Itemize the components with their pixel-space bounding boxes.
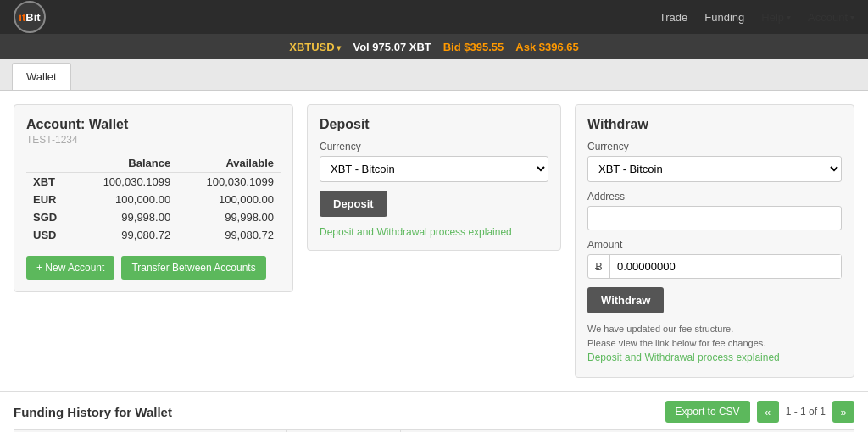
available-cell: 100,030.1099	[177, 173, 281, 191]
amount-row: Ƀ	[587, 254, 842, 279]
col-available: Available	[177, 154, 281, 173]
balance-cell: 100,030.1099	[74, 173, 177, 191]
content-area: Account: Wallet TEST-1234 Balance Availa…	[0, 91, 868, 391]
next-next-page-button[interactable]: »	[832, 401, 854, 423]
balance-cell: 99,080.72	[74, 226, 177, 244]
deposit-currency-label: Currency	[320, 141, 548, 152]
account-id: TEST-1234	[26, 134, 281, 146]
fee-note-line1: We have updated our fee structure.	[587, 322, 842, 336]
prev-prev-page-button[interactable]: «	[757, 401, 779, 423]
deposit-currency-select[interactable]: XBT - BitcoinEUR - EuroSGD - Singapore D…	[320, 156, 548, 182]
page-info: 1 - 1 of 1	[782, 406, 829, 418]
logo[interactable]: itBit	[14, 1, 46, 33]
amount-prefix: Ƀ	[588, 255, 610, 278]
tab-bar: Wallet	[0, 59, 868, 91]
col-currency	[26, 154, 74, 173]
table-row: SGD 99,998.00 99,998.00	[26, 208, 281, 226]
new-account-button[interactable]: + New Account	[26, 256, 114, 280]
balance-cell: 99,998.00	[74, 208, 177, 226]
ticker-bar: XBTUSD Vol 975.07 XBT Bid $395.55 Ask $3…	[0, 34, 868, 59]
withdraw-card: Withdraw Currency XBT - BitcoinEUR - Eur…	[575, 104, 854, 378]
deposit-process-link[interactable]: Deposit and Withdrawal process explained	[320, 226, 512, 238]
deposit-title: Deposit	[320, 117, 548, 132]
table-row: EUR 100,000.00 100,000.00	[26, 191, 281, 208]
ticker-vol: Vol 975.07 XBT	[353, 41, 431, 53]
funding-controls: Export to CSV « 1 - 1 of 1 »	[665, 401, 854, 423]
nav-links: Trade Funding Help Account	[659, 11, 854, 24]
currency-cell: SGD	[26, 208, 74, 226]
withdraw-button[interactable]: Withdraw	[587, 287, 664, 313]
main-content: Wallet Account: Wallet TEST-1234 Balance…	[0, 59, 868, 432]
withdraw-title: Withdraw	[587, 117, 842, 132]
table-row: XBT 100,030.1099 100,030.1099	[26, 173, 281, 191]
nav-help[interactable]: Help	[761, 11, 791, 24]
col-balance: Balance	[74, 154, 177, 173]
deposit-card: Deposit Currency XBT - BitcoinEUR - Euro…	[307, 104, 561, 251]
available-cell: 100,000.00	[177, 191, 281, 208]
nav-funding[interactable]: Funding	[704, 11, 744, 24]
withdraw-currency-select[interactable]: XBT - BitcoinEUR - EuroSGD - Singapore D…	[587, 156, 842, 182]
nav-account[interactable]: Account	[808, 11, 854, 24]
account-buttons: + New Account Transfer Between Accounts	[26, 256, 281, 280]
withdraw-amount-input[interactable]	[610, 255, 841, 278]
currency-cell: USD	[26, 226, 74, 244]
account-card: Account: Wallet TEST-1234 Balance Availa…	[14, 104, 293, 292]
account-title: Account: Wallet	[26, 117, 281, 132]
tab-wallet[interactable]: Wallet	[12, 63, 71, 90]
withdraw-amount-label: Amount	[587, 239, 842, 251]
withdraw-process-link[interactable]: Deposit and Withdrawal process explained	[587, 352, 780, 363]
pagination: « 1 - 1 of 1 »	[757, 401, 854, 423]
deposit-button[interactable]: Deposit	[320, 191, 387, 217]
available-cell: 99,080.72	[177, 226, 281, 244]
ticker-pair[interactable]: XBTUSD	[289, 41, 341, 53]
withdraw-address-input[interactable]	[587, 206, 842, 230]
funding-title: Funding History for Wallet	[14, 405, 172, 419]
table-row: USD 99,080.72 99,080.72	[26, 226, 281, 244]
balance-cell: 100,000.00	[74, 191, 177, 208]
ticker-bid: Bid $395.55	[443, 41, 504, 53]
ticker-ask: Ask $396.65	[515, 41, 578, 53]
balance-table: Balance Available XBT 100,030.1099 100,0…	[26, 154, 281, 244]
top-nav: itBit Trade Funding Help Account	[0, 0, 868, 34]
logo-bit: Bit	[25, 11, 40, 24]
funding-header: Funding History for Wallet Export to CSV…	[14, 401, 854, 423]
currency-cell: EUR	[26, 191, 74, 208]
fee-note: We have updated our fee structure. Pleas…	[587, 322, 842, 365]
fee-note-line2: Please view the link below for fee chang…	[587, 336, 842, 351]
logo-it: it	[19, 11, 25, 24]
withdraw-address-label: Address	[587, 191, 842, 202]
funding-section: Funding History for Wallet Export to CSV…	[0, 391, 868, 432]
currency-cell: XBT	[26, 173, 74, 191]
available-cell: 99,998.00	[177, 208, 281, 226]
export-csv-button[interactable]: Export to CSV	[665, 401, 750, 423]
withdraw-currency-label: Currency	[587, 141, 842, 152]
nav-trade[interactable]: Trade	[659, 11, 687, 24]
transfer-accounts-button[interactable]: Transfer Between Accounts	[121, 256, 265, 280]
